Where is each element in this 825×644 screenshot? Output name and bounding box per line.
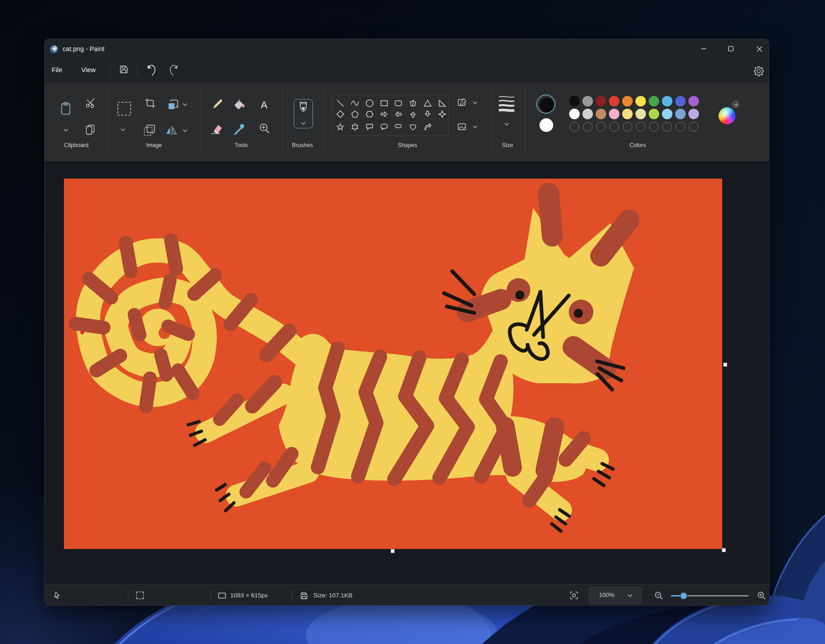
svg-text:A: A xyxy=(261,99,268,110)
